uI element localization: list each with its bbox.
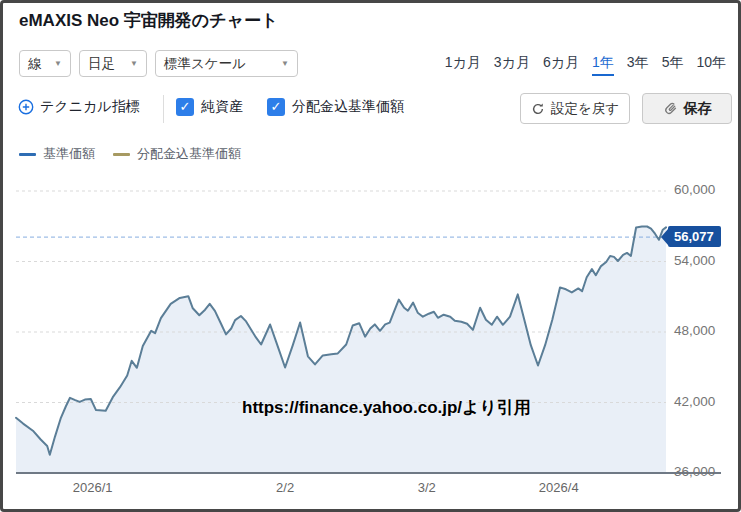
x-axis-label: 2026/1 [73, 480, 113, 495]
y-axis-label: 42,000 [674, 394, 729, 409]
watermark-text: https://finance.yahoo.co.jp/より引用 [242, 396, 531, 419]
chart-widget: eMAXIS Neo 宇宙開発のチャート 線 ▼ 日足 ▼ 標準スケール ▼ 1… [0, 0, 741, 512]
x-axis-label: 2/2 [276, 480, 294, 495]
price-chart-canvas[interactable] [3, 3, 741, 512]
y-axis-label: 48,000 [674, 323, 729, 338]
x-axis-label: 3/2 [418, 480, 436, 495]
y-axis-label: 36,000 [674, 464, 729, 479]
x-axis-label: 2026/4 [539, 480, 579, 495]
y-axis-label: 60,000 [674, 182, 729, 197]
current-price-badge: 56,077 [668, 226, 721, 247]
y-axis-label: 54,000 [674, 253, 729, 268]
